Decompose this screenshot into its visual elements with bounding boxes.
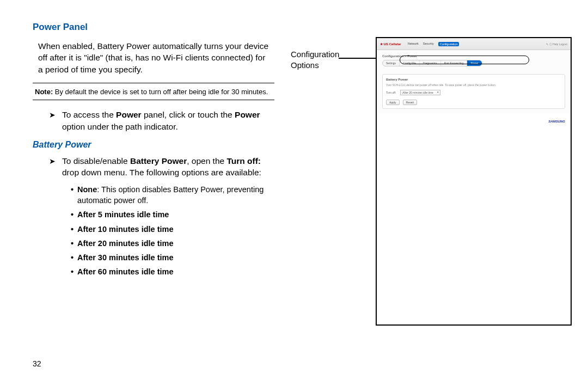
ss-revert-button[interactable]: Revert <box>403 100 418 105</box>
ss-turnoff-select[interactable]: After 20 minutes idle time <box>400 90 440 95</box>
ss-tab-bar: Settings Config File Diagnostics Port Fo… <box>382 60 482 66</box>
ss-tab-power[interactable]: Power <box>467 60 481 66</box>
device-screenshot: ★ US Cellular Network Security Configura… <box>376 37 572 326</box>
intro-paragraph: When enabled, Battery Power automaticall… <box>38 40 269 75</box>
instruction-2-pre: To disable/enable <box>62 156 130 166</box>
option-none-label: None <box>77 185 97 194</box>
ss-apply-button[interactable]: Apply <box>386 100 400 105</box>
callout-label: Configuration Options <box>291 49 341 70</box>
ss-breadcrumb: Configuration > Power <box>382 54 565 58</box>
instruction-2-mid: , open the <box>187 156 226 166</box>
note-text: By default the device is set to turn off… <box>53 88 268 96</box>
instruction-item-1: ➤ To access the Power panel, click or to… <box>49 109 274 132</box>
option-30min: After 30 minutes idle time <box>71 252 274 263</box>
ss-carrier-logo: ★ US Cellular <box>380 42 401 46</box>
ss-battery-panel: Battery Power Your SCH-LC11 device can p… <box>382 74 565 109</box>
ss-tab-diagnostics[interactable]: Diagnostics <box>420 60 441 66</box>
arrow-icon: ➤ <box>49 109 56 132</box>
note-label: Note: <box>35 88 53 96</box>
note-box: Note: By default the device is set to tu… <box>33 83 274 100</box>
option-none-text: : This option disables Battery Power, pr… <box>77 185 264 205</box>
ss-tab-configfile[interactable]: Config File <box>400 60 420 66</box>
instruction-2-bold2: Turn off: <box>226 156 261 166</box>
option-none: None: This option disables Battery Power… <box>71 184 274 206</box>
ss-header: ★ US Cellular Network Security Configura… <box>377 38 571 50</box>
ss-brand-logo: SAMSUNG <box>548 120 565 123</box>
ss-nav-network[interactable]: Network <box>408 42 419 46</box>
ss-tab-settings[interactable]: Settings <box>383 60 400 66</box>
ss-turnoff-label: Turn off: <box>386 91 396 94</box>
instruction-2-post: drop down menu. The following options ar… <box>62 168 261 177</box>
option-5min: After 5 minutes idle time <box>71 209 274 220</box>
option-20min: After 20 minutes idle time <box>71 238 274 249</box>
section-heading: Power Panel <box>33 22 274 33</box>
instruction-1-bold2: Power <box>235 110 260 119</box>
instruction-1-mid: panel, click or touch the <box>142 110 235 119</box>
option-60min: After 60 minutes idle time <box>71 266 274 277</box>
ss-tab-portfwd[interactable]: Port Forwarding <box>441 60 468 66</box>
subsection-heading: Battery Power <box>33 140 274 150</box>
instruction-1-bold1: Power <box>116 110 142 119</box>
ss-panel-desc: Your SCH-LC11 device can power off when … <box>386 83 561 87</box>
ss-header-right[interactable]: ✎ ⓘ Help Logout <box>546 42 567 46</box>
instruction-item-2: ➤ To disable/enable Battery Power, open … <box>49 155 274 179</box>
arrow-icon: ➤ <box>49 155 56 179</box>
options-list: None: This option disables Battery Power… <box>71 184 274 278</box>
callout-leader-line <box>339 58 377 59</box>
page-number: 32 <box>33 359 41 368</box>
instruction-1-post: option under the path indicator. <box>62 122 178 131</box>
ss-nav-security[interactable]: Security <box>423 42 434 46</box>
ss-nav-configuration[interactable]: Configuration <box>438 42 460 46</box>
ss-panel-title: Battery Power <box>386 78 561 81</box>
instruction-2-bold1: Battery Power <box>130 156 187 166</box>
instruction-1-pre: To access the <box>62 110 116 119</box>
option-10min: After 10 minutes idle time <box>71 224 274 235</box>
